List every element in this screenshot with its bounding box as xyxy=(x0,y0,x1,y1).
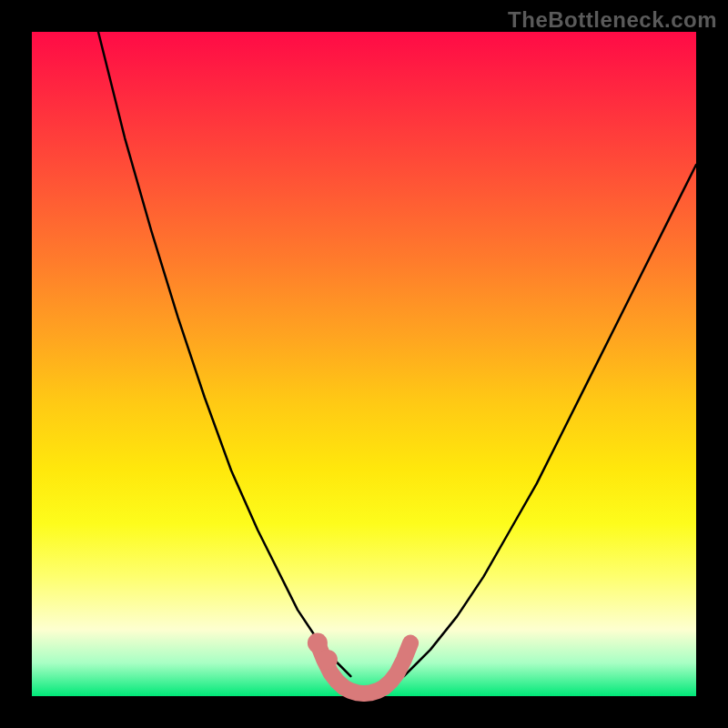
highlight-bead xyxy=(318,650,338,670)
chart-frame: TheBottleneck.com xyxy=(0,0,728,728)
plot-area xyxy=(32,32,696,696)
highlight-bead xyxy=(308,633,328,653)
right-curve xyxy=(404,165,696,676)
curve-layer xyxy=(32,32,696,696)
left-curve xyxy=(98,32,350,676)
watermark-text: TheBottleneck.com xyxy=(508,7,717,33)
